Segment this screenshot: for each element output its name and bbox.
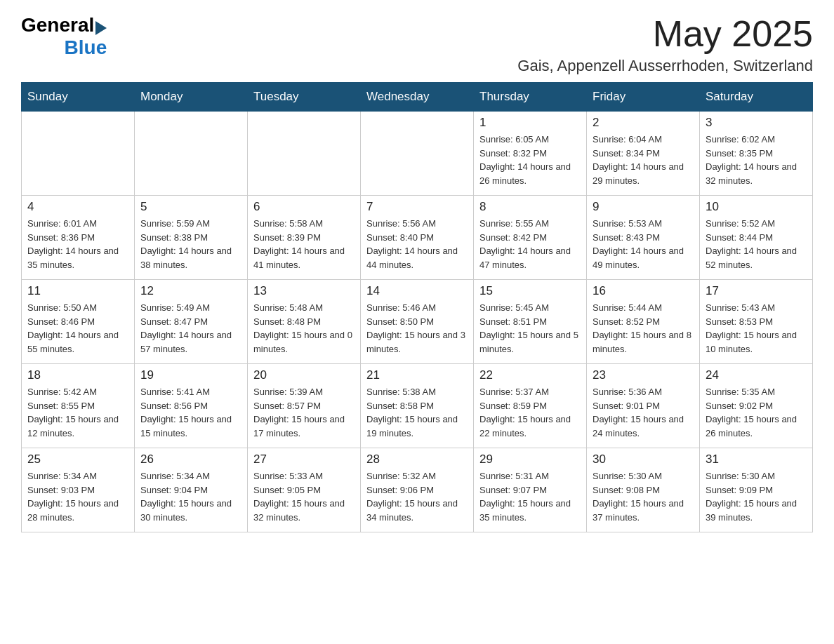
- page-header: General Blue May 2025 Gais, Appenzell Au…: [21, 14, 813, 75]
- calendar-day-header: Friday: [587, 83, 700, 112]
- day-info: Sunrise: 5:34 AM Sunset: 9:03 PM Dayligh…: [27, 469, 128, 524]
- day-info: Sunrise: 5:55 AM Sunset: 8:42 PM Dayligh…: [479, 217, 581, 271]
- location-title: Gais, Appenzell Ausserrhoden, Switzerlan…: [517, 57, 813, 75]
- calendar-day-cell: 12Sunrise: 5:49 AM Sunset: 8:47 PM Dayli…: [135, 280, 248, 364]
- day-number: 28: [366, 452, 468, 467]
- calendar-day-cell: 3Sunrise: 6:02 AM Sunset: 8:35 PM Daylig…: [700, 112, 813, 196]
- calendar-day-cell: 10Sunrise: 5:52 AM Sunset: 8:44 PM Dayli…: [700, 196, 813, 280]
- day-info: Sunrise: 5:44 AM Sunset: 8:52 PM Dayligh…: [593, 301, 694, 356]
- calendar-table: SundayMondayTuesdayWednesdayThursdayFrid…: [21, 82, 813, 532]
- day-number: 29: [479, 452, 581, 467]
- calendar-day-cell: 22Sunrise: 5:37 AM Sunset: 8:59 PM Dayli…: [474, 364, 587, 448]
- day-number: 10: [706, 200, 807, 214]
- day-info: Sunrise: 5:58 AM Sunset: 8:39 PM Dayligh…: [253, 217, 355, 271]
- calendar-day-cell: 23Sunrise: 5:36 AM Sunset: 9:01 PM Dayli…: [587, 364, 700, 448]
- day-info: Sunrise: 5:46 AM Sunset: 8:50 PM Dayligh…: [366, 301, 468, 356]
- calendar-week-row: 25Sunrise: 5:34 AM Sunset: 9:03 PM Dayli…: [22, 448, 813, 532]
- day-info: Sunrise: 6:01 AM Sunset: 8:36 PM Dayligh…: [27, 217, 128, 271]
- title-block: May 2025 Gais, Appenzell Ausserrhoden, S…: [517, 14, 813, 75]
- day-info: Sunrise: 5:59 AM Sunset: 8:38 PM Dayligh…: [140, 217, 241, 271]
- day-info: Sunrise: 5:56 AM Sunset: 8:40 PM Dayligh…: [366, 217, 468, 271]
- day-number: 23: [593, 368, 694, 382]
- day-number: 21: [366, 368, 468, 382]
- day-number: 14: [366, 284, 468, 298]
- calendar-week-row: 4Sunrise: 6:01 AM Sunset: 8:36 PM Daylig…: [22, 196, 813, 280]
- day-info: Sunrise: 5:34 AM Sunset: 9:04 PM Dayligh…: [140, 469, 241, 524]
- day-number: 9: [593, 200, 694, 214]
- calendar-day-cell: 4Sunrise: 6:01 AM Sunset: 8:36 PM Daylig…: [22, 196, 135, 280]
- day-info: Sunrise: 5:39 AM Sunset: 8:57 PM Dayligh…: [253, 385, 355, 440]
- calendar-day-header: Wednesday: [361, 83, 474, 112]
- calendar-day-cell: 26Sunrise: 5:34 AM Sunset: 9:04 PM Dayli…: [135, 448, 248, 532]
- day-info: Sunrise: 5:37 AM Sunset: 8:59 PM Dayligh…: [479, 385, 581, 440]
- day-info: Sunrise: 5:30 AM Sunset: 9:09 PM Dayligh…: [706, 469, 807, 524]
- day-number: 12: [140, 284, 241, 298]
- day-number: 27: [253, 452, 355, 467]
- day-number: 11: [27, 284, 128, 298]
- calendar-day-cell: 15Sunrise: 5:45 AM Sunset: 8:51 PM Dayli…: [474, 280, 587, 364]
- calendar-day-cell: [22, 112, 135, 196]
- day-number: 20: [253, 368, 355, 382]
- calendar-day-cell: 7Sunrise: 5:56 AM Sunset: 8:40 PM Daylig…: [361, 196, 474, 280]
- day-number: 15: [479, 284, 581, 298]
- day-number: 18: [27, 368, 128, 382]
- day-number: 17: [706, 284, 807, 298]
- calendar-day-cell: 13Sunrise: 5:48 AM Sunset: 8:48 PM Dayli…: [248, 280, 361, 364]
- calendar-day-cell: [248, 112, 361, 196]
- logo-arrow-icon: [95, 21, 107, 35]
- calendar-day-cell: 18Sunrise: 5:42 AM Sunset: 8:55 PM Dayli…: [22, 364, 135, 448]
- day-info: Sunrise: 5:50 AM Sunset: 8:46 PM Dayligh…: [27, 301, 128, 356]
- calendar-day-header: Monday: [135, 83, 248, 112]
- calendar-day-cell: 21Sunrise: 5:38 AM Sunset: 8:58 PM Dayli…: [361, 364, 474, 448]
- calendar-day-cell: 28Sunrise: 5:32 AM Sunset: 9:06 PM Dayli…: [361, 448, 474, 532]
- calendar-day-cell: 20Sunrise: 5:39 AM Sunset: 8:57 PM Dayli…: [248, 364, 361, 448]
- day-number: 4: [27, 200, 128, 214]
- day-number: 2: [593, 116, 694, 130]
- calendar-day-cell: 19Sunrise: 5:41 AM Sunset: 8:56 PM Dayli…: [135, 364, 248, 448]
- calendar-day-cell: 17Sunrise: 5:43 AM Sunset: 8:53 PM Dayli…: [700, 280, 813, 364]
- day-number: 3: [706, 116, 807, 130]
- day-info: Sunrise: 5:31 AM Sunset: 9:07 PM Dayligh…: [479, 469, 581, 524]
- day-number: 7: [366, 200, 468, 214]
- day-info: Sunrise: 5:41 AM Sunset: 8:56 PM Dayligh…: [140, 385, 241, 440]
- day-number: 1: [479, 116, 581, 130]
- calendar-day-cell: 31Sunrise: 5:30 AM Sunset: 9:09 PM Dayli…: [700, 448, 813, 532]
- calendar-day-cell: 6Sunrise: 5:58 AM Sunset: 8:39 PM Daylig…: [248, 196, 361, 280]
- calendar-day-header: Saturday: [700, 83, 813, 112]
- calendar-week-row: 18Sunrise: 5:42 AM Sunset: 8:55 PM Dayli…: [22, 364, 813, 448]
- month-title: May 2025: [517, 14, 813, 54]
- logo-general-text: General: [21, 14, 94, 36]
- calendar-day-cell: 5Sunrise: 5:59 AM Sunset: 8:38 PM Daylig…: [135, 196, 248, 280]
- day-info: Sunrise: 5:35 AM Sunset: 9:02 PM Dayligh…: [706, 385, 807, 440]
- logo: General Blue: [21, 14, 107, 59]
- calendar-day-cell: 25Sunrise: 5:34 AM Sunset: 9:03 PM Dayli…: [22, 448, 135, 532]
- calendar-day-cell: 29Sunrise: 5:31 AM Sunset: 9:07 PM Dayli…: [474, 448, 587, 532]
- day-info: Sunrise: 5:36 AM Sunset: 9:01 PM Dayligh…: [593, 385, 694, 440]
- day-info: Sunrise: 6:02 AM Sunset: 8:35 PM Dayligh…: [706, 133, 807, 187]
- day-number: 16: [593, 284, 694, 298]
- day-number: 24: [706, 368, 807, 382]
- day-info: Sunrise: 5:42 AM Sunset: 8:55 PM Dayligh…: [27, 385, 128, 440]
- day-info: Sunrise: 5:30 AM Sunset: 9:08 PM Dayligh…: [593, 469, 694, 524]
- day-info: Sunrise: 5:48 AM Sunset: 8:48 PM Dayligh…: [253, 301, 355, 356]
- calendar-day-header: Sunday: [22, 83, 135, 112]
- calendar-day-cell: 2Sunrise: 6:04 AM Sunset: 8:34 PM Daylig…: [587, 112, 700, 196]
- day-number: 5: [140, 200, 241, 214]
- day-info: Sunrise: 5:45 AM Sunset: 8:51 PM Dayligh…: [479, 301, 581, 356]
- calendar-day-cell: [361, 112, 474, 196]
- day-number: 30: [593, 452, 694, 467]
- day-number: 19: [140, 368, 241, 382]
- day-number: 6: [253, 200, 355, 214]
- calendar-day-header: Tuesday: [248, 83, 361, 112]
- calendar-day-cell: 27Sunrise: 5:33 AM Sunset: 9:05 PM Dayli…: [248, 448, 361, 532]
- day-info: Sunrise: 5:52 AM Sunset: 8:44 PM Dayligh…: [706, 217, 807, 271]
- logo-blue-text: Blue: [65, 36, 107, 59]
- day-info: Sunrise: 6:05 AM Sunset: 8:32 PM Dayligh…: [479, 133, 581, 187]
- calendar-day-cell: 9Sunrise: 5:53 AM Sunset: 8:43 PM Daylig…: [587, 196, 700, 280]
- day-info: Sunrise: 5:32 AM Sunset: 9:06 PM Dayligh…: [366, 469, 468, 524]
- calendar-day-cell: 16Sunrise: 5:44 AM Sunset: 8:52 PM Dayli…: [587, 280, 700, 364]
- day-info: Sunrise: 5:49 AM Sunset: 8:47 PM Dayligh…: [140, 301, 241, 356]
- day-number: 25: [27, 452, 128, 467]
- day-info: Sunrise: 5:43 AM Sunset: 8:53 PM Dayligh…: [706, 301, 807, 356]
- calendar-week-row: 1Sunrise: 6:05 AM Sunset: 8:32 PM Daylig…: [22, 112, 813, 196]
